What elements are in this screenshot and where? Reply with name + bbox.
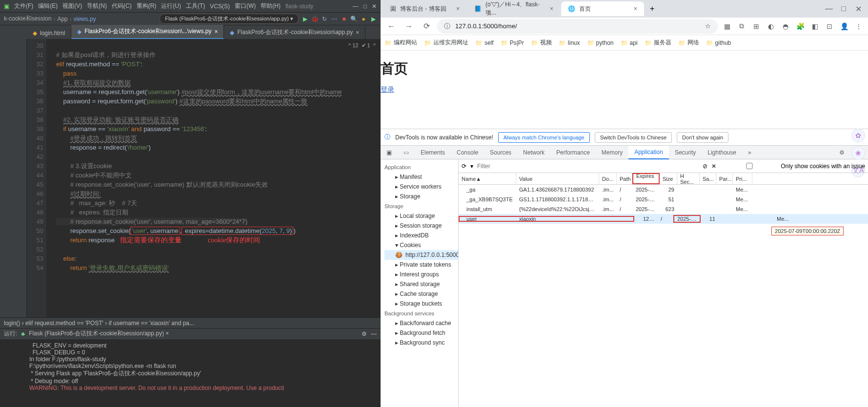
close-tab-icon[interactable]: × — [550, 5, 553, 12]
code-editor[interactable]: 3031323334353637383940414243444546474849… — [27, 39, 381, 317]
run-target[interactable]: Flask (FlaskPro6-会话技术-cookie和session/app… — [29, 329, 169, 338]
forward-button[interactable]: → — [402, 19, 416, 33]
settings-icon[interactable]: ⚙ — [833, 146, 850, 159]
sidebar-item[interactable]: ▾ Cookies — [384, 240, 458, 250]
inspection-hints[interactable]: ^ 12 ✔ 1 ^ — [348, 41, 376, 50]
close-icon[interactable]: ✕ — [372, 3, 377, 10]
inspect-icon[interactable]: ▣ — [381, 146, 398, 159]
browser-tab[interactable]: 園博客后台 - 博客园× — [384, 1, 466, 16]
menu-tools[interactable]: 工具(T) — [186, 2, 205, 10]
menu-run[interactable]: 运行(U) — [161, 2, 181, 10]
sidebar-item[interactable]: ▸ Shared storage — [384, 279, 458, 289]
floater-icon[interactable]: ❀ — [851, 146, 865, 160]
minimize-icon[interactable]: — — [353, 3, 359, 10]
sidebar-item[interactable]: ▸ Storage buckets — [384, 299, 458, 309]
col-size[interactable]: Size — [660, 173, 677, 184]
col-expires[interactable]: Expires ... — [632, 173, 660, 184]
bookmark-item[interactable]: Ps|Pr — [501, 39, 524, 46]
minimize-panel-icon[interactable]: — — [371, 330, 377, 337]
filter-input[interactable] — [477, 163, 550, 170]
table-row[interactable]: install_utm {%22deviceId%22:%22OiJcsjV..… — [459, 204, 868, 214]
dt-tab-security[interactable]: Security — [669, 146, 702, 159]
dt-tab-sources[interactable]: Sources — [484, 146, 517, 159]
sidebar-item[interactable]: ▸ Local storage — [384, 211, 458, 221]
ext-icon[interactable]: ⧉ — [736, 21, 747, 32]
close-tab-icon[interactable]: × — [214, 28, 218, 35]
dt-tab-performance[interactable]: Performance — [550, 146, 596, 159]
sidebar-item[interactable]: ▸ Storage — [384, 192, 458, 201]
dt-tab-memory[interactable]: Memory — [596, 146, 628, 159]
window-minimize-icon[interactable]: — — [822, 2, 836, 16]
maximize-icon[interactable]: □ — [363, 3, 367, 10]
sidebar-item[interactable]: ▸ Interest groups — [384, 270, 458, 279]
avatar-icon[interactable]: ● — [360, 16, 367, 22]
ext-icon[interactable]: ▦ — [722, 21, 732, 32]
code-area[interactable]: ^ 12 ✔ 1 ^# 如果是post请求，则进行登录操作 elif reque… — [46, 39, 381, 317]
bookmark-item[interactable]: python — [587, 39, 614, 46]
login-link[interactable]: 登录 — [381, 85, 394, 93]
bookmark-item[interactable]: linux — [559, 39, 580, 46]
site-info-icon[interactable]: ⓘ — [444, 22, 450, 31]
dt-tab-elements[interactable]: Elements — [415, 146, 451, 159]
close-tab-icon[interactable]: × — [456, 5, 460, 12]
reload-button[interactable]: ⟳ — [420, 19, 433, 33]
col-partition[interactable]: Par... — [716, 173, 733, 184]
bookmark-item[interactable]: 编程网站 — [384, 39, 417, 47]
menu-icon[interactable]: ⋮ — [853, 21, 864, 32]
col-value[interactable]: Value — [516, 173, 599, 184]
dt-tab-console[interactable]: Console — [451, 146, 484, 159]
ext-icon[interactable]: ⊞ — [751, 21, 762, 32]
clear-icon[interactable]: ⊘ — [703, 163, 707, 170]
bookmark-item[interactable]: 视频 — [531, 39, 552, 47]
banner-btn-switch[interactable]: Switch DevTools to Chinese — [595, 132, 672, 143]
window-close-icon[interactable]: ✕ — [851, 2, 865, 16]
sidebar-item[interactable]: ▸ Session storage — [384, 221, 458, 231]
menu-code[interactable]: 代码(C) — [112, 2, 132, 10]
bookmark-item[interactable]: 网络 — [678, 39, 699, 47]
menu-view[interactable]: 视图(V) — [62, 2, 82, 10]
bookmark-item[interactable]: 运维实用网址 — [424, 39, 468, 47]
menu-vcs[interactable]: VCS(S) — [210, 3, 230, 10]
profile-icon[interactable]: 👤 — [839, 21, 849, 32]
search-icon[interactable]: 🔍 — [350, 16, 357, 22]
table-row[interactable]: userxiaoxin 127.../ 2025-0...11 Me... — [459, 214, 868, 224]
gear-icon[interactable]: ⚙ — [362, 330, 367, 337]
sidebar-item[interactable]: ▸ Back/forward cache — [384, 318, 458, 328]
col-priority[interactable]: Pri... — [733, 173, 752, 184]
sidebar-item[interactable]: ▸ IndexedDB — [384, 231, 458, 240]
tab-login-html[interactable]: ◆login.html — [27, 27, 71, 39]
menu-refactor[interactable]: 重构(R) — [137, 2, 157, 10]
dt-tab-application[interactable]: Application — [628, 146, 669, 159]
table-row[interactable]: _ga GA1.1.436266879.1718800392 .im.../ 2… — [459, 185, 868, 194]
table-row[interactable]: _ga_XB9B7SQ3TE GS1.1.1718800392.1.1.1718… — [459, 194, 868, 204]
new-tab-button[interactable]: + — [645, 4, 659, 13]
star-icon[interactable]: ☆ — [705, 22, 711, 30]
ext-icon[interactable]: ◐ — [766, 21, 776, 32]
bookmark-item[interactable]: github — [706, 39, 731, 46]
ext-icon[interactable]: ◓ — [780, 21, 791, 32]
dt-tab-network[interactable]: Network — [517, 146, 550, 159]
stop-icon[interactable]: ■ — [341, 16, 347, 22]
menu-edit[interactable]: 编辑(E) — [38, 2, 58, 10]
terminal-output[interactable]: FLASK_ENV = development FLASK_DEBUG = 0 … — [0, 339, 381, 407]
tab-app-py[interactable]: ◆FlaskPro6-会话技术-cookie和session\app.py× — [224, 26, 365, 39]
extensions-icon[interactable]: 🧩 — [795, 21, 806, 32]
banner-btn-dismiss[interactable]: Don't show again — [677, 132, 728, 143]
browser-tab-active[interactable]: 🌐首页× — [561, 1, 644, 16]
breadcrumb-seg[interactable]: views.py — [74, 16, 96, 22]
device-icon[interactable]: ▭ — [398, 146, 415, 159]
dt-tab-lighthouse[interactable]: Lighthouse — [702, 146, 742, 159]
back-button[interactable]: ← — [384, 19, 398, 33]
sidebar-item[interactable]: ▸ Private state tokens — [384, 260, 458, 270]
breadcrumb-seg[interactable]: App — [57, 16, 67, 22]
breadcrumb-seg[interactable]: k-cookie和session — [4, 15, 51, 23]
more-icon[interactable]: ⋯ — [331, 16, 338, 22]
col-name[interactable]: Name ▲ — [459, 173, 516, 184]
col-httponly[interactable]: H Sec... — [677, 173, 700, 184]
tab-views-py[interactable]: ◆FlaskPro6-会话技术-cookie和session\...\views… — [71, 25, 224, 39]
sidebar-item[interactable]: ▸ Cache storage — [384, 289, 458, 299]
window-maximize-icon[interactable]: □ — [837, 2, 850, 16]
col-samesite[interactable]: Sa... — [700, 173, 716, 184]
menu-nav[interactable]: 导航(N) — [87, 2, 107, 10]
browser-tab[interactable]: 📘(o'▽')／Hi～4、flask-项...× — [467, 1, 560, 16]
